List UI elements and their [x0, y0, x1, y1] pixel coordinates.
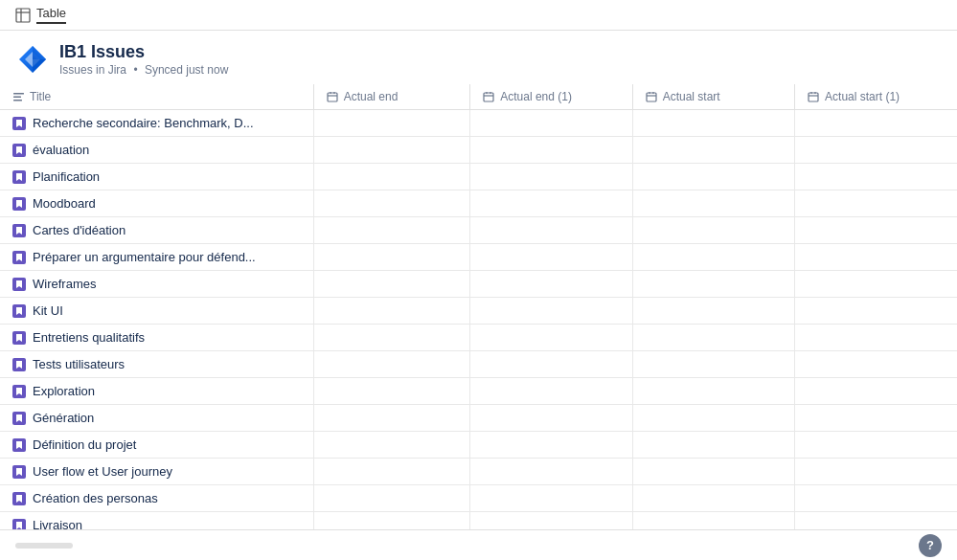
- row-title: Kit UI: [33, 303, 63, 318]
- actual-start-cell: [632, 298, 794, 325]
- svg-rect-11: [484, 93, 493, 101]
- actual-end-1-cell: [470, 325, 632, 351]
- svg-rect-5: [13, 96, 21, 98]
- col-header-actual-start-1: Actual start (1): [795, 84, 957, 110]
- actual-end-1-cell: [470, 217, 632, 244]
- title-cell: Entretiens qualitatifs: [0, 325, 313, 351]
- col-header-title: Title: [0, 84, 313, 110]
- actual-end-1-cell: [470, 137, 632, 164]
- actual-start-cell: [632, 137, 794, 164]
- story-icon: [11, 196, 27, 212]
- actual-end-cell: [313, 271, 470, 298]
- table-row[interactable]: évaluation: [0, 137, 957, 164]
- row-title: Wireframes: [33, 277, 96, 291]
- actual-start-1-cell: [795, 164, 957, 190]
- row-title: Exploration: [33, 384, 95, 398]
- actual-start-cell: [632, 217, 794, 244]
- actual-start-cell: [632, 244, 794, 271]
- actual-start-cell: [632, 164, 794, 190]
- row-title: User flow et User journey: [33, 464, 172, 479]
- story-icon: [11, 277, 27, 292]
- table-row[interactable]: Cartes d'idéation: [0, 217, 957, 244]
- story-icon: [11, 223, 27, 238]
- col-actual-start-1-label: Actual start (1): [825, 90, 900, 103]
- actual-start-1-cell: [795, 110, 957, 137]
- title-cell: Génération: [0, 405, 313, 432]
- row-title: Génération: [33, 411, 94, 425]
- col-actual-start-label: Actual start: [663, 90, 720, 103]
- row-title: Moodboard: [33, 196, 96, 211]
- actual-start-cell: [632, 432, 794, 459]
- table-row[interactable]: Recherche secondaire: Benchmark, D...: [0, 110, 957, 137]
- table-row[interactable]: Entretiens qualitatifs: [0, 325, 957, 351]
- actual-start-cell: [632, 190, 794, 217]
- actual-end-1-cell: [470, 110, 632, 137]
- actual-end-cell: [313, 190, 470, 217]
- actual-end-1-cell: [470, 432, 632, 459]
- actual-start-1-cell: [795, 217, 957, 244]
- title-cell: évaluation: [0, 137, 313, 164]
- bottom-bar: ?: [0, 529, 957, 560]
- topbar-title: Table: [36, 6, 66, 24]
- story-icon: [11, 250, 27, 265]
- story-icon: [11, 384, 27, 399]
- actual-end-1-cell: [470, 459, 632, 485]
- actual-end-cell: [313, 110, 470, 137]
- calendar-icon-3: [645, 90, 658, 103]
- title-cell: Exploration: [0, 378, 313, 405]
- svg-rect-4: [13, 93, 24, 95]
- story-icon: [11, 464, 27, 480]
- title-cell: Recherche secondaire: Benchmark, D...: [0, 110, 313, 137]
- table-row[interactable]: Création des personas: [0, 485, 957, 512]
- title-cell: Moodboard: [0, 190, 313, 217]
- title-cell: Création des personas: [0, 485, 313, 512]
- title-cell: User flow et User journey: [0, 459, 313, 485]
- col-actual-end-label: Actual end: [344, 90, 399, 103]
- actual-end-1-cell: [470, 378, 632, 405]
- row-title: évaluation: [33, 143, 89, 157]
- table-row[interactable]: Définition du projet: [0, 432, 957, 459]
- actual-start-1-cell: [795, 485, 957, 512]
- table-row[interactable]: Moodboard: [0, 190, 957, 217]
- calendar-icon-4: [807, 90, 820, 103]
- svg-rect-6: [13, 100, 22, 101]
- title-cell: Définition du projet: [0, 432, 313, 459]
- table-row[interactable]: Kit UI: [0, 298, 957, 325]
- table-row[interactable]: Préparer un argumentaire pour défend...: [0, 244, 957, 271]
- help-button[interactable]: ?: [919, 534, 942, 557]
- subtitle-jira: Issues in Jira: [59, 63, 126, 77]
- actual-end-cell: [313, 351, 470, 378]
- table-row[interactable]: Tests utilisateurs: [0, 351, 957, 378]
- actual-end-1-cell: [470, 351, 632, 378]
- row-title: Entretiens qualitatifs: [33, 330, 145, 345]
- actual-end-1-cell: [470, 271, 632, 298]
- actual-start-cell: [632, 325, 794, 351]
- story-icon: [11, 491, 27, 506]
- scroll-indicator: [15, 543, 73, 549]
- actual-end-1-cell: [470, 164, 632, 190]
- actual-start-cell: [632, 110, 794, 137]
- actual-start-1-cell: [795, 298, 957, 325]
- table-row[interactable]: Planification: [0, 164, 957, 190]
- top-bar: Table: [0, 0, 957, 31]
- actual-end-cell: [313, 298, 470, 325]
- row-title: Recherche secondaire: Benchmark, D...: [33, 116, 254, 130]
- table-row[interactable]: User flow et User journey: [0, 459, 957, 485]
- actual-end-cell: [313, 217, 470, 244]
- svg-rect-7: [328, 93, 337, 101]
- story-icon: [11, 303, 27, 319]
- actual-start-1-cell: [795, 432, 957, 459]
- table-row[interactable]: Génération: [0, 405, 957, 432]
- actual-start-1-cell: [795, 378, 957, 405]
- title-cell: Cartes d'idéation: [0, 217, 313, 244]
- actual-end-1-cell: [470, 190, 632, 217]
- actual-start-1-cell: [795, 137, 957, 164]
- table-row[interactable]: Wireframes: [0, 271, 957, 298]
- table-row[interactable]: Exploration: [0, 378, 957, 405]
- actual-end-cell: [313, 405, 470, 432]
- actual-end-1-cell: [470, 298, 632, 325]
- actual-start-1-cell: [795, 190, 957, 217]
- header-section: IB1 Issues Issues in Jira • Synced just …: [0, 31, 957, 84]
- table-icon: [15, 8, 31, 23]
- actual-end-cell: [313, 432, 470, 459]
